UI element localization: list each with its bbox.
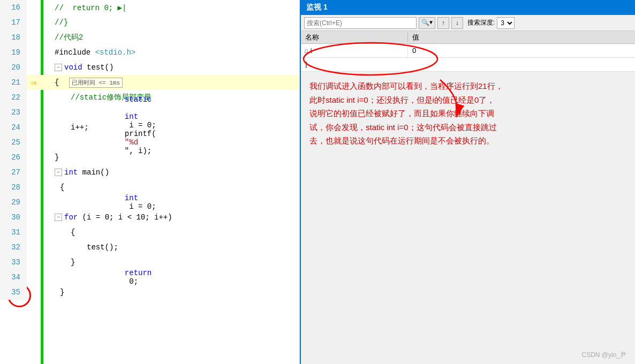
watch-row-value-i: 0	[408, 47, 416, 55]
line-num-27: 27	[0, 165, 27, 180]
watch-toolbar: 🔍 ▼ ↑ ↓ 搜索深度: 3	[301, 15, 635, 31]
arrow-32	[27, 240, 41, 255]
arrow-28	[27, 180, 41, 195]
arrow-34	[27, 270, 41, 285]
magnify-icon: 🔍	[421, 19, 429, 27]
down-arrow-icon: ↓	[456, 20, 459, 26]
comment-18: //代码2	[55, 33, 83, 42]
fn-main-27: main()	[78, 168, 109, 177]
depth-label: 搜索深度:	[467, 18, 495, 27]
arrow-17	[27, 15, 41, 30]
code-line-35: 35 }	[0, 285, 299, 300]
line-num-20: 20	[0, 60, 27, 75]
line-num-29: 29	[0, 195, 27, 210]
code-content-31: {	[41, 225, 299, 240]
code-content-26: }	[41, 150, 299, 165]
line-num-31: 31	[0, 225, 27, 240]
code-content-16: // return 0; ▶|	[41, 0, 299, 15]
include-19: #include	[55, 48, 95, 57]
var-name-i: i	[311, 47, 312, 55]
arrow-25	[27, 135, 41, 150]
code-content-32: test();	[41, 240, 299, 255]
code-line-19: 19 #include <stdio.h>	[0, 45, 299, 60]
arrow-23	[27, 105, 41, 120]
kw-int-27: int	[64, 168, 78, 177]
kw-static-23: static	[125, 95, 152, 104]
time-tooltip-21: 已用时间 <= 1ms	[69, 78, 123, 88]
arrow-26	[27, 150, 41, 165]
header-19: <stdio.h>	[95, 48, 136, 57]
code-line-26: 26 }	[0, 150, 299, 165]
comment-17: //}	[55, 18, 68, 27]
line-num-17: 17	[0, 15, 27, 30]
search-icon-btn[interactable]: 🔍 ▼	[419, 17, 435, 29]
code-line-27: 27 − int main()	[0, 165, 299, 180]
code-line-20: 20 − void test()	[0, 60, 299, 75]
watch-title: 监视 1	[306, 3, 328, 12]
main-container: 16 // return 0; ▶| 17 //} 18 //代码2	[0, 0, 635, 364]
line-num-19: 19	[0, 45, 27, 60]
code-content-29: int i = 0;	[41, 195, 299, 210]
code-line-34: 34 return 0;	[0, 270, 299, 285]
for-code-30: (i = 0; i < 10; i++)	[78, 213, 172, 222]
code-content-17: //}	[41, 15, 299, 30]
search-box[interactable]	[304, 17, 417, 29]
arrow-18	[27, 30, 41, 45]
arrow-30	[27, 210, 41, 225]
brace-close-35: }	[60, 288, 64, 297]
code-content-19: #include <stdio.h>	[41, 45, 299, 60]
fn-name-20: test()	[82, 63, 114, 72]
str-25: "%d	[125, 138, 143, 147]
line-num-33: 33	[0, 255, 27, 270]
watch-table: 名称 值 ⌂ i 0 |	[301, 31, 635, 72]
watch-rows-container: ⌂ i 0 |	[301, 44, 635, 72]
line-num-25: 25	[0, 135, 27, 150]
arrow-31	[27, 225, 41, 240]
kw-void-20: void	[64, 63, 82, 72]
code-lines: 16 // return 0; ▶| 17 //} 18 //代码2	[0, 0, 299, 300]
code-line-29: 29 int i = 0;	[0, 195, 299, 210]
watch-titlebar: 监视 1	[301, 0, 635, 15]
up-btn[interactable]: ↑	[437, 17, 449, 29]
code-line-18: 18 //代码2	[0, 30, 299, 45]
kw-for-30: for	[64, 213, 78, 222]
line-num-34: 34	[0, 270, 27, 285]
brace-close-26: }	[55, 153, 59, 162]
down-btn[interactable]: ↓	[451, 17, 463, 29]
arrow-35	[27, 285, 41, 300]
kw-return-34: return	[125, 269, 152, 277]
brace-31: {	[71, 228, 75, 237]
arrow-20	[27, 60, 41, 75]
brace-21: {	[55, 78, 64, 87]
watch-panel: 监视 1 🔍 ▼ ↑ ↓ 搜索深度: 3 名称	[300, 0, 635, 364]
depth-select[interactable]: 3	[497, 17, 515, 29]
collapse-btn-27[interactable]: −	[55, 169, 62, 176]
code-line-25: 25 printf( "%d ", i);	[0, 135, 299, 150]
arrow-27	[27, 165, 41, 180]
search-input[interactable]	[307, 19, 392, 27]
code-content-20: − void test()	[41, 60, 299, 75]
code-line-31: 31 {	[0, 225, 299, 240]
line-num-18: 18	[0, 30, 27, 45]
code-editor: 16 // return 0; ▶| 17 //} 18 //代码2	[0, 0, 300, 364]
watermark: CSDN @yin_尹	[581, 351, 626, 360]
space-23	[125, 104, 129, 112]
arrow-21: ⇒	[27, 75, 41, 90]
arrow-19	[27, 45, 41, 60]
watch-table-header: 名称 值	[301, 31, 635, 44]
code-line-23: 23 static int i = 0;	[0, 105, 299, 120]
collapse-btn-20[interactable]: −	[55, 64, 62, 71]
line-num-30: 30	[0, 210, 27, 225]
up-arrow-icon: ↑	[442, 20, 445, 26]
line-num-28: 28	[0, 180, 27, 195]
kw-int-29: int	[125, 194, 138, 202]
code-content-25: printf( "%d ", i);	[41, 135, 299, 150]
code-content-34: return 0;	[41, 270, 299, 285]
cursor-indicator: |	[301, 60, 308, 69]
line-num-21: 21	[0, 75, 27, 90]
line-num-22: 22	[0, 90, 27, 105]
annotation-area: 我们调试进入函数内部可以看到，当程序运行到21行，此时static int i=…	[301, 72, 635, 364]
col-name-header: 名称	[301, 33, 408, 42]
collapse-btn-30[interactable]: −	[55, 214, 62, 221]
arrow-16	[27, 0, 41, 15]
